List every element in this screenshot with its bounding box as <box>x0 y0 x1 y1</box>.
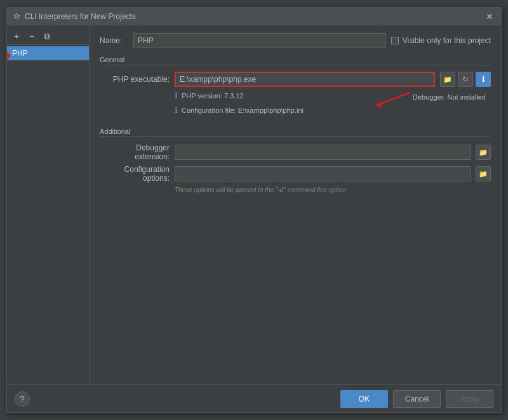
refresh-icon: ↻ <box>462 75 469 84</box>
general-section: General PHP executable: 📁 ↻ ℹ <box>100 56 491 117</box>
folder-icon: 📁 <box>443 75 452 84</box>
debugger-extension-row: Debugger extension: 📁 <box>100 143 491 161</box>
name-label: Name: <box>100 36 128 45</box>
hint-text: These options will be passed to the "-d"… <box>175 187 491 194</box>
php-executable-refresh-button[interactable]: ↻ <box>458 72 473 87</box>
close-button[interactable]: ✕ <box>483 11 496 22</box>
help-button[interactable]: ? <box>15 391 30 407</box>
name-input[interactable] <box>133 33 386 48</box>
config-info-icon: ℹ <box>175 105 178 115</box>
folder-icon-2: 📁 <box>479 148 488 157</box>
general-section-label: General <box>100 56 491 65</box>
dialog-body: + − ⧉ PHP Name: Visible only <box>7 25 501 384</box>
info-icon: ℹ <box>482 75 485 84</box>
debugger-status-text: Debugger: Not installed <box>413 93 486 101</box>
config-file-row: ℹ Configuration file: E:\xampp\php\php.i… <box>175 105 491 115</box>
php-executable-input[interactable] <box>175 72 435 87</box>
copy-interpreter-button[interactable]: ⧉ <box>40 29 54 43</box>
name-row: Name: Visible only for this project <box>100 33 491 48</box>
php-executable-label: PHP executable: <box>100 75 170 84</box>
add-interpreter-button[interactable]: + <box>10 29 23 43</box>
php-executable-row: PHP executable: 📁 ↻ ℹ <box>100 72 491 87</box>
config-options-row: Configuration options: 📁 <box>100 165 491 183</box>
debugger-status-container: Debugger: Not installed <box>413 93 486 102</box>
dialog-buttons: OK Cancel Apply <box>340 390 493 408</box>
config-options-folder-button[interactable]: 📁 <box>476 166 491 181</box>
version-debugger-row: ℹ PHP version: 7.3.12 Debugger: Not inst… <box>100 91 491 103</box>
php-executable-folder-button[interactable]: 📁 <box>440 72 455 87</box>
visible-checkbox[interactable] <box>391 37 399 44</box>
dialog-title: CLI Interpreters for New Projects <box>25 12 136 21</box>
cancel-button[interactable]: Cancel <box>393 390 441 408</box>
left-panel: + − ⧉ PHP <box>7 25 90 384</box>
ok-button[interactable]: OK <box>340 390 388 408</box>
config-options-label: Configuration options: <box>100 165 170 183</box>
apply-button[interactable]: Apply <box>446 390 493 408</box>
php-executable-actions: 📁 ↻ ℹ <box>440 72 491 87</box>
bottom-bar: ? OK Cancel Apply <box>7 384 501 412</box>
additional-section-label: Additional <box>100 128 491 137</box>
config-file-text: Configuration file: E:\xampp\php\php.ini <box>182 107 304 114</box>
config-options-input[interactable] <box>175 166 471 181</box>
php-version-row: ℹ PHP version: 7.3.12 <box>175 91 413 100</box>
php-version-text: PHP version: 7.3.12 <box>182 92 244 100</box>
debugger-extension-input[interactable] <box>175 145 471 160</box>
debugger-extension-actions: 📁 <box>476 145 491 160</box>
right-panel: Name: Visible only for this project Gene… <box>90 25 501 384</box>
debugger-extension-folder-button[interactable]: 📁 <box>476 145 491 160</box>
version-info-icon: ℹ <box>175 91 178 100</box>
additional-section: Additional Debugger extension: 📁 Configu… <box>100 128 491 194</box>
folder-icon-3: 📁 <box>479 170 488 178</box>
debugger-extension-label: Debugger extension: <box>100 143 170 161</box>
title-bar: ⚙ CLI Interpreters for New Projects ✕ <box>7 8 501 25</box>
interpreter-toolbar: + − ⧉ <box>7 28 89 45</box>
visible-checkbox-row: Visible only for this project <box>391 36 491 45</box>
remove-interpreter-button[interactable]: − <box>25 29 39 43</box>
config-options-actions: 📁 <box>476 166 491 181</box>
interpreter-item-php[interactable]: PHP <box>7 46 89 60</box>
php-executable-info-button[interactable]: ℹ <box>476 72 491 87</box>
visible-label: Visible only for this project <box>403 36 491 45</box>
cli-interpreters-dialog: ⚙ CLI Interpreters for New Projects ✕ + … <box>6 7 502 413</box>
dialog-icon: ⚙ <box>12 12 21 21</box>
